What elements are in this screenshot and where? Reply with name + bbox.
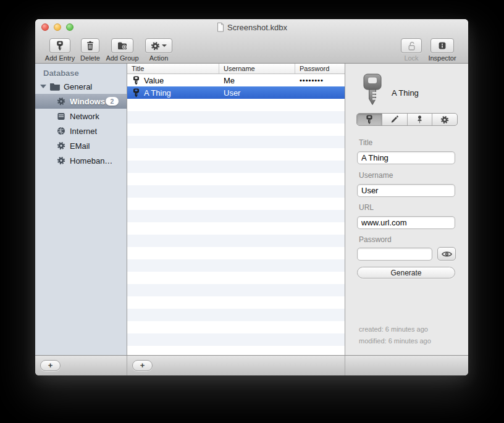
sidebar-item-homebanking[interactable]: Homeban… [35, 153, 127, 168]
traffic-lights [41, 23, 74, 31]
sidebar-item-general[interactable]: General [35, 79, 127, 94]
username-field-label: Username [359, 171, 393, 180]
entry-username: User [219, 86, 295, 99]
inspector-label: Inspector [428, 54, 456, 62]
add-entry-plus-button[interactable]: + [132, 360, 153, 371]
key-icon [133, 88, 140, 98]
tab-pin[interactable] [408, 114, 433, 125]
server-icon [56, 112, 66, 120]
bottom-bar-list-section: + [127, 356, 345, 375]
document-icon [216, 22, 224, 32]
gear-icon [56, 141, 66, 150]
toolbar-item-inspector: Inspector [424, 38, 461, 62]
lock-label: Lock [404, 54, 418, 62]
toolbar-item-action: Action [141, 38, 176, 62]
toolbar-item-lock: Lock [399, 38, 424, 62]
pushpin-icon [415, 115, 424, 124]
key-icon [133, 76, 140, 85]
entry-password-dots: •••••••• [295, 74, 345, 86]
gear-icon [56, 156, 66, 165]
action-label: Action [149, 54, 169, 62]
username-field[interactable] [357, 184, 455, 197]
folder-icon [49, 83, 60, 91]
entry-title: A Thing [144, 88, 171, 98]
entry-row-value[interactable]: Value Me •••••••• [127, 74, 345, 86]
sidebar-item-windows[interactable]: Windows 2 [35, 94, 127, 109]
lock-button[interactable] [401, 38, 422, 53]
add-entry-button[interactable] [49, 38, 70, 53]
add-group-label: Add Group [106, 54, 138, 62]
column-header-title[interactable]: Title [127, 64, 219, 73]
bottom-bar-sidebar-section: + [35, 356, 127, 375]
modified-timestamp: modified: 6 minutes ago [359, 337, 431, 345]
lock-open-icon [406, 41, 416, 51]
entry-title: Value [144, 76, 164, 85]
delete-button[interactable] [81, 38, 99, 53]
pencil-icon [390, 115, 399, 124]
url-field-label: URL [359, 203, 374, 212]
entry-list-header: Title Username Password [127, 64, 345, 74]
folder-plus-icon [117, 41, 127, 50]
add-group-button[interactable] [111, 38, 133, 53]
entry-list: Title Username Password Value Me •••••••… [127, 64, 345, 355]
generate-password-button[interactable]: Generate [357, 267, 455, 279]
entry-row-a-thing[interactable]: A Thing User [127, 86, 345, 99]
sidebar-item-label: Network [70, 112, 99, 121]
inspector-entry-title: A Thing [392, 88, 419, 98]
key-icon [56, 41, 64, 51]
tab-settings[interactable] [432, 114, 457, 125]
title-bar[interactable]: Screenshot.kdbx [35, 19, 468, 35]
chevron-down-icon [162, 44, 167, 47]
toolbar-item-delete: Delete [77, 38, 103, 62]
minimize-button[interactable] [54, 23, 61, 31]
sidebar-section-header: Database [35, 64, 127, 79]
entry-username: Me [219, 74, 295, 86]
add-entry-label: Add Entry [45, 54, 75, 62]
tab-key[interactable] [357, 114, 382, 125]
entry-password-dots [295, 86, 345, 99]
sidebar-item-label: General [64, 82, 92, 91]
delete-label: Delete [80, 54, 100, 62]
toolbar-item-add-group: Add Group [103, 38, 141, 62]
globe-icon [56, 127, 66, 135]
close-button[interactable] [41, 23, 49, 31]
toolbar: Add Entry Delete Add Group [35, 35, 468, 64]
column-header-password[interactable]: Password [295, 64, 345, 73]
column-header-username[interactable]: Username [219, 64, 295, 73]
app-window: Screenshot.kdbx Add Entry Delete [35, 19, 468, 375]
bottom-bar: + + [35, 355, 468, 375]
password-field[interactable] [357, 248, 432, 261]
window-header: Screenshot.kdbx Add Entry Delete [35, 19, 468, 64]
window-title: Screenshot.kdbx [216, 22, 287, 32]
sidebar-item-network[interactable]: Network [35, 109, 127, 124]
url-field[interactable] [357, 216, 455, 229]
sidebar-item-internet[interactable]: Internet [35, 124, 127, 138]
trash-icon [86, 41, 94, 51]
title-field-label: Title [359, 138, 372, 147]
tab-edit[interactable] [382, 114, 408, 125]
gear-icon [440, 115, 449, 124]
reveal-password-button[interactable] [437, 247, 456, 261]
zoom-button[interactable] [66, 23, 74, 31]
toolbar-item-add-entry: Add Entry [43, 38, 77, 62]
action-button[interactable] [145, 38, 172, 53]
inspector-tabs [356, 113, 458, 126]
gear-icon [151, 41, 160, 51]
inspector-button[interactable] [430, 38, 454, 53]
inspector-panel: A Thing [345, 64, 468, 355]
group-sidebar: Database General Windows 2 Network [35, 64, 127, 355]
empty-rows-stripes [127, 99, 345, 355]
title-field[interactable] [357, 151, 455, 164]
entry-count-badge: 2 [106, 97, 119, 106]
add-group-plus-button[interactable]: + [40, 360, 61, 371]
eye-icon [441, 250, 453, 258]
gear-icon [56, 97, 66, 106]
window-title-text: Screenshot.kdbx [227, 23, 287, 32]
password-field-label: Password [359, 235, 392, 244]
info-icon [437, 41, 447, 51]
sidebar-item-label: Windows [70, 97, 105, 106]
entry-key-icon [363, 73, 382, 110]
sidebar-item-email[interactable]: EMail [35, 138, 127, 153]
sidebar-item-label: Homeban… [70, 156, 112, 165]
disclosure-triangle-icon[interactable] [40, 85, 46, 88]
